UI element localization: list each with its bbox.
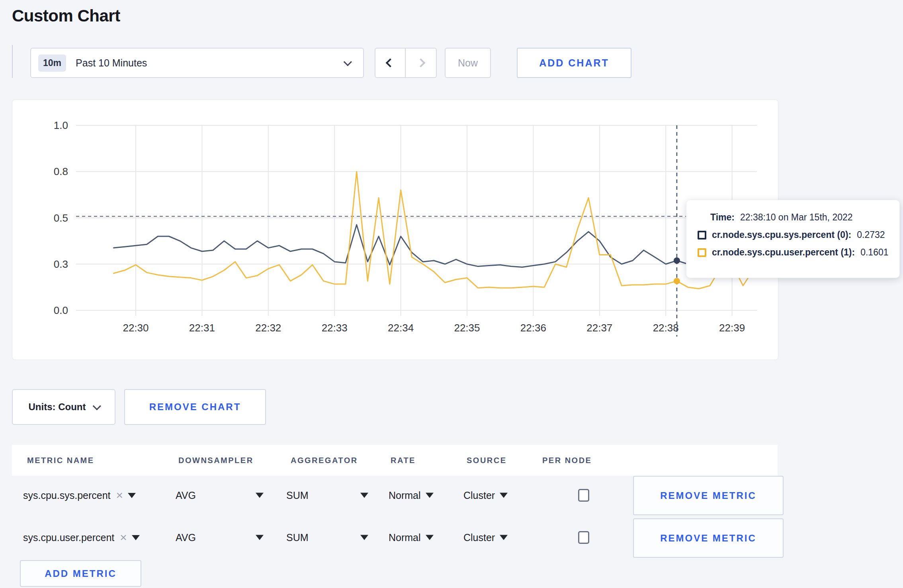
caret-down-icon (256, 493, 264, 498)
hover-point-dot (674, 278, 680, 284)
units-dropdown[interactable]: Units: Count (12, 389, 115, 425)
custom-chart-page: Custom Chart 10m Past 10 Minutes Now ADD… (0, 0, 903, 588)
hover-point-dot (674, 257, 680, 264)
source-select[interactable]: Cluster (463, 532, 508, 543)
tooltip-series-name: cr.node.sys.cpu.user.percent (1): (712, 247, 855, 258)
downsampler-select[interactable]: AVG (176, 490, 264, 501)
y-axis-tick-label: 0.3 (54, 258, 68, 270)
tooltip-series-value: 0.2732 (857, 230, 885, 240)
series-swatch-sys-icon (698, 231, 706, 239)
caret-down-icon (256, 535, 264, 540)
clear-metric-icon[interactable]: × (116, 489, 123, 501)
x-axis-tick-label: 22:34 (388, 322, 414, 334)
time-nav-group (375, 48, 437, 78)
x-axis-tick-label: 22:30 (123, 322, 149, 334)
tooltip-series-name: cr.node.sys.cpu.sys.percent (0): (712, 230, 851, 240)
metric-name-select[interactable]: sys.cpu.user.percent × (23, 532, 140, 543)
tooltip-time-value: 22:38:10 on Mar 15th, 2022 (740, 212, 853, 223)
clear-metric-icon[interactable]: × (120, 532, 127, 543)
units-label: Units: Count (29, 401, 86, 413)
metrics-table-header: METRIC NAME DOWNSAMPLER AGGREGATOR RATE … (12, 445, 778, 476)
timeseries-chart[interactable]: 0.00.30.50.81.022:3022:3122:3222:3322:34… (12, 100, 779, 360)
y-axis-tick-label: 0.5 (54, 212, 68, 224)
x-axis-tick-label: 22:31 (189, 322, 215, 334)
remove-metric-button[interactable]: REMOVE METRIC (633, 476, 784, 515)
time-range-dropdown[interactable]: 10m Past 10 Minutes (30, 48, 364, 78)
caret-down-icon (128, 493, 136, 498)
next-timeframe-button[interactable] (406, 49, 436, 77)
metric-name-select[interactable]: sys.cpu.sys.percent × (23, 489, 136, 501)
column-header-downsampler: DOWNSAMPLER (178, 456, 254, 465)
remove-chart-button[interactable]: REMOVE CHART (124, 389, 266, 425)
rate-select[interactable]: Normal (389, 490, 434, 501)
y-axis-tick-label: 1.0 (54, 119, 68, 131)
series-line (114, 171, 754, 289)
caret-down-icon (360, 493, 368, 498)
column-header-rate: RATE (391, 456, 416, 465)
metric-row: sys.cpu.user.percent × AVG SUM Normal Cl… (12, 518, 778, 557)
x-axis-tick-label: 22:35 (454, 322, 480, 334)
aggregator-select[interactable]: SUM (286, 532, 368, 543)
tooltip-series-value: 0.1601 (860, 247, 888, 258)
caret-down-icon (500, 493, 508, 498)
page-title: Custom Chart (12, 6, 120, 25)
add-metric-button[interactable]: ADD METRIC (20, 560, 141, 587)
y-axis-tick-label: 0.8 (54, 165, 68, 177)
now-button[interactable]: Now (445, 48, 491, 78)
aggregator-select[interactable]: SUM (286, 490, 368, 501)
caret-down-icon (500, 535, 508, 540)
column-header-per-node: PER NODE (542, 456, 592, 465)
remove-metric-button[interactable]: REMOVE METRIC (633, 518, 784, 558)
chart-tooltip: Time: 22:38:10 on Mar 15th, 2022 cr.node… (686, 200, 900, 278)
series-line (114, 225, 754, 267)
x-axis-tick-label: 22:33 (322, 322, 348, 334)
chevron-right-icon (416, 58, 426, 68)
time-range-label: Past 10 Minutes (76, 57, 147, 69)
column-header-metric-name: METRIC NAME (27, 456, 94, 465)
caret-down-icon (426, 493, 434, 498)
chart-card: 0.00.30.50.81.022:3022:3122:3222:3322:34… (12, 99, 778, 360)
per-node-checkbox[interactable] (578, 489, 589, 502)
column-header-source: SOURCE (467, 456, 507, 465)
x-axis-tick-label: 22:39 (719, 322, 745, 334)
chevron-left-icon (386, 58, 395, 68)
add-chart-button[interactable]: ADD CHART (517, 48, 631, 78)
caret-down-icon (360, 535, 368, 540)
chevron-down-icon (344, 58, 352, 66)
source-select[interactable]: Cluster (463, 490, 508, 501)
caret-down-icon (426, 535, 434, 540)
tooltip-time-label: Time: (710, 212, 735, 223)
x-axis-tick-label: 22:37 (586, 322, 612, 334)
series-swatch-user-icon (698, 248, 706, 257)
x-axis-tick-label: 22:38 (653, 322, 679, 334)
x-axis-tick-label: 22:32 (255, 322, 281, 334)
metric-row: sys.cpu.sys.percent × AVG SUM Normal Clu… (12, 476, 778, 514)
downsampler-select[interactable]: AVG (176, 532, 264, 543)
y-axis-tick-label: 0.0 (54, 304, 68, 316)
column-header-aggregator: AGGREGATOR (291, 456, 358, 465)
toolbar-divider (12, 45, 13, 78)
x-axis-tick-label: 22:36 (520, 322, 546, 334)
time-range-badge: 10m (38, 55, 66, 72)
rate-select[interactable]: Normal (389, 532, 434, 543)
per-node-checkbox[interactable] (578, 531, 589, 544)
caret-down-icon (132, 535, 140, 540)
chevron-down-icon (93, 402, 101, 410)
previous-timeframe-button[interactable] (375, 49, 406, 77)
